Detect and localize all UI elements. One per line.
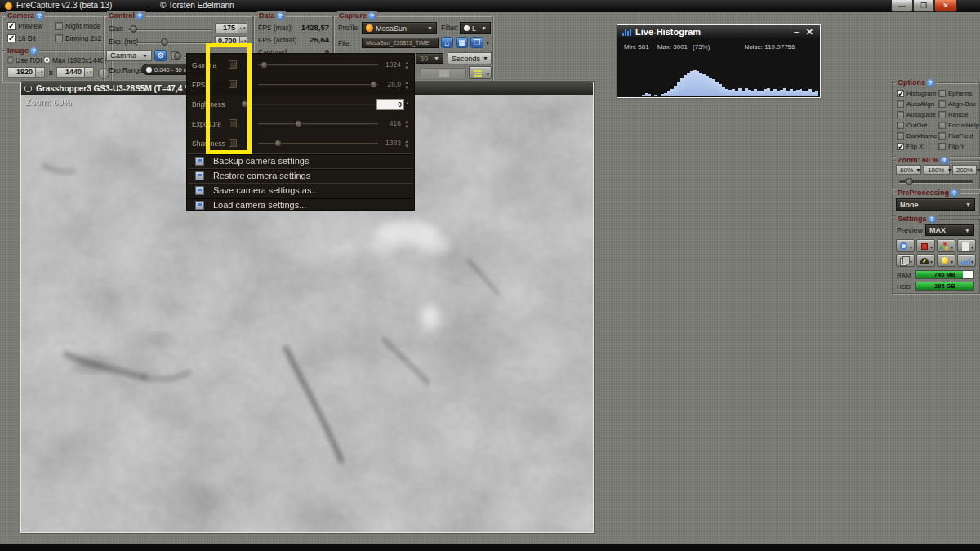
cutout-checkbox[interactable] [897,122,904,129]
histogram-stats: Min: 581 Max: 3001 (73%) Noise: 119.9775… [624,43,795,51]
help-icon[interactable]: ? [927,79,934,87]
help-icon[interactable]: ? [36,12,43,20]
spinner-arrows-icon[interactable]: ▲▼ [84,67,94,78]
flatfield-checkbox[interactable] [938,132,946,140]
progress-block [439,70,449,77]
spinner-arrows-icon[interactable]: ▲▼ [404,80,409,90]
binning-checkbox[interactable] [55,34,63,42]
gain-slider-knob[interactable] [130,25,137,33]
minimize-button[interactable]: — [891,0,913,12]
menu-exposure-knob[interactable] [295,120,302,127]
help-icon[interactable]: ? [941,157,948,164]
control-panel-title: Control [109,11,135,20]
histogram-minimize-button[interactable]: – [794,26,799,38]
home-button[interactable]: ⌂ [441,37,453,48]
chevron-down-icon: ▼ [915,167,921,173]
menu-item-load[interactable]: Load camera settings... [187,198,414,212]
duration-spinner[interactable]: 30▼ [416,53,443,64]
focushelp-checkbox[interactable] [938,122,946,129]
spinner-arrows-icon[interactable]: ▲▼ [404,139,409,149]
gamma-select[interactable]: Gamma▼ [106,50,152,61]
help-icon[interactable]: ? [368,12,376,20]
exposure-slider[interactable] [136,42,212,43]
reticle-checkbox[interactable] [938,111,946,118]
max-roi-radio[interactable] [43,56,51,64]
16bit-checkbox[interactable] [7,34,16,42]
menu-sharpness-knob[interactable] [274,140,282,147]
use-roi-radio[interactable] [7,56,14,64]
chevron-down-icon[interactable]: ▼ [485,41,490,46]
app-title: FireCapture v2.3 (beta 13) [16,1,112,10]
spinner-arrows-icon[interactable]: ▲▼ [404,60,409,70]
file-tool-button[interactable]: ▼ [957,239,976,252]
gauge-tool-button[interactable]: ▼ [916,254,935,267]
folder-button[interactable]: ❐ [470,37,483,48]
gamma-settings-button[interactable]: ⚙ [154,50,167,61]
histogram-percent: (73%) [693,43,710,51]
spinner-arrows-icon[interactable]: ▲▼ [238,23,247,33]
bulb-tool-button[interactable]: ▼ [937,254,956,267]
image-panel-title: Image [7,47,29,55]
menu-item-backup[interactable]: Backup camera settings [187,154,414,168]
record-tool-button[interactable]: ▼ [916,239,935,252]
autoalign-checkbox[interactable] [897,100,904,108]
list-icon [474,70,482,72]
spinner-up-icon[interactable]: ▲ [405,100,410,105]
zoom-200-button[interactable]: 200%▼ [952,165,977,175]
menu-fps-value: 28,0 [378,80,401,88]
preview-checkbox[interactable] [7,22,16,30]
flipy-checkbox[interactable] [938,143,946,150]
target-tool-button[interactable]: ▼ [896,239,915,252]
histogram-tool-button[interactable]: ▼ [957,254,976,267]
histogram-checkbox[interactable] [897,90,904,97]
spinner-arrows-icon[interactable]: ▲▼ [404,119,409,129]
help-icon[interactable]: ? [929,216,936,223]
roi-width-spinner[interactable]: 1920▲▼ [7,67,45,78]
alignbox-checkbox[interactable] [938,100,946,108]
darkframe-checkbox[interactable] [897,132,904,140]
file-field[interactable]: MosaSun_230813_TIME [362,38,439,48]
hdd-usage-bar: 295 GB [915,282,974,291]
zoom-100-button[interactable]: 100%▼ [924,165,950,175]
menu-gamma-slider[interactable] [258,64,378,65]
menu-exposure-slider[interactable] [258,123,378,124]
preprocessing-select[interactable]: None▼ [896,198,975,211]
zoom-slider-knob[interactable] [906,178,913,185]
menu-fps-knob[interactable] [370,81,377,88]
menu-gamma-knob[interactable] [261,61,268,69]
autoguide-checkbox[interactable] [897,111,904,118]
exposure-slider-knob[interactable] [161,38,168,46]
gain-label: Gain [109,24,123,33]
zoom-60-button[interactable]: 60%▼ [896,165,921,175]
gain-spinner[interactable]: 175▲▼ [215,23,247,33]
gamma-slider-knob[interactable] [174,52,181,60]
filter-select[interactable]: L▼ [460,22,491,34]
menu-item-save-as[interactable]: Save camera settings as... [187,184,414,198]
roi-height-spinner[interactable]: 1440▲▼ [56,67,94,78]
histogram-titlebar[interactable]: Live-Histogram – ✕ [617,25,820,38]
capture-log-button[interactable]: ▼ [469,66,492,79]
document-icon [962,242,969,251]
duration-unit-select[interactable]: Seconds▼ [448,52,492,64]
calendar-button[interactable]: ▦ [456,37,468,48]
menu-brightness-value[interactable]: 0 [376,99,404,110]
color-tool-button[interactable]: ▼ [937,239,956,252]
profile-select[interactable]: MosaSun▼ [362,22,437,34]
histogram-close-button[interactable]: ✕ [806,26,813,38]
preview-select[interactable]: MAX▼ [925,224,974,236]
help-icon[interactable]: ? [136,12,144,20]
gain-slider[interactable] [128,29,212,30]
close-button[interactable]: ✕ [934,0,957,12]
help-icon[interactable]: ? [277,12,284,20]
copy-tool-button[interactable]: ▼ [896,254,915,267]
spinner-arrows-icon[interactable]: ▲▼ [35,67,45,78]
flipx-checkbox[interactable] [897,143,904,150]
help-icon[interactable]: ? [30,47,38,55]
restore-button[interactable]: ❐ [913,0,934,12]
menu-item-restore[interactable]: Restore camera settings [187,169,414,183]
menu-fps-slider[interactable] [258,84,378,85]
help-icon[interactable]: ? [951,189,958,197]
ephems-checkbox[interactable] [938,90,946,97]
menu-brightness-slider[interactable] [242,104,378,104]
night-mode-checkbox[interactable] [55,22,63,30]
